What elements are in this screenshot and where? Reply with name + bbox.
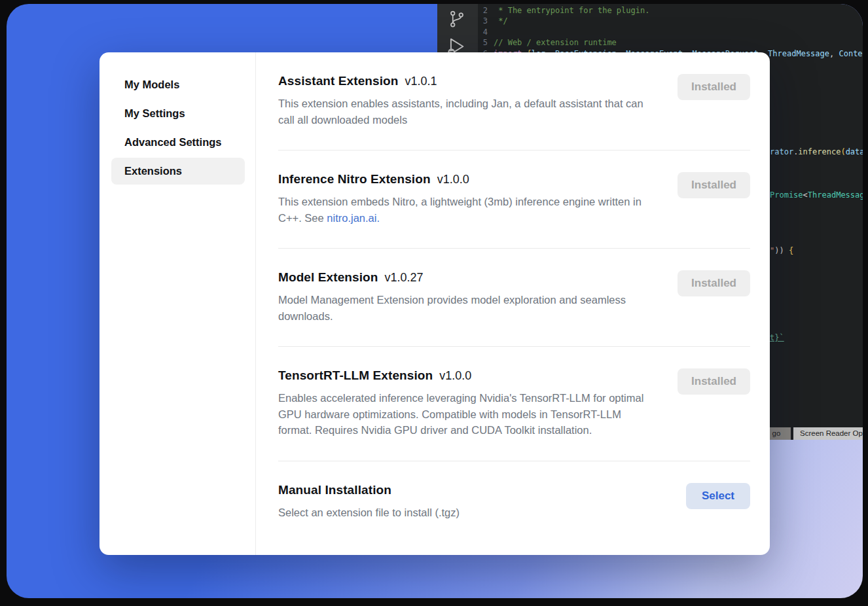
extension-description: Enables accelerated inference leveraging…	[278, 390, 655, 438]
sidebar-item-advanced-settings[interactable]: Advanced Settings	[111, 129, 245, 156]
code-fragment: Promise<ThreadMessage>	[770, 190, 863, 200]
extension-row-assistant: Assistant Extension v1.0.1 This extensio…	[278, 52, 750, 151]
extension-description: This extension embeds Nitro, a lightweig…	[278, 194, 655, 226]
source-control-icon[interactable]	[447, 9, 467, 31]
nitro-jan-ai-link[interactable]: nitro.jan.ai.	[327, 212, 380, 224]
extension-version: v1.0.0	[439, 369, 471, 383]
installed-button[interactable]: Installed	[678, 368, 750, 395]
extension-row-inference-nitro: Inference Nitro Extension v1.0.0 This ex…	[278, 151, 750, 249]
sidebar-item-extensions[interactable]: Extensions	[111, 158, 245, 185]
code-fragment: ")) {	[770, 246, 793, 255]
extension-description: This extension enables assistants, inclu…	[278, 96, 655, 128]
sidebar-item-my-models[interactable]: My Models	[111, 71, 245, 98]
code-fragment: t}`	[770, 333, 784, 342]
manual-installation-row: Manual Installation Select an extension …	[278, 461, 750, 534]
installed-button[interactable]: Installed	[678, 270, 750, 296]
settings-modal: My Models My Settings Advanced Settings …	[99, 52, 770, 555]
manual-installation-title: Manual Installation	[278, 483, 391, 497]
extension-version: v1.0.1	[405, 75, 437, 88]
extension-row-model: Model Extension v1.0.27 Model Management…	[278, 249, 750, 347]
extension-title: Inference Nitro Extension	[278, 172, 431, 187]
status-screen-reader-badge[interactable]: Screen Reader Optimized	[793, 427, 863, 440]
extension-title: Assistant Extension	[278, 74, 399, 88]
extensions-list: Assistant Extension v1.0.1 This extensio…	[256, 52, 770, 555]
extension-version: v1.0.27	[384, 271, 423, 285]
code-lines: 2 * The entrypoint for the plugin.3 */45…	[478, 5, 863, 59]
extension-description: Model Management Extension provides mode…	[278, 292, 655, 324]
extension-title: TensortRT-LLM Extension	[278, 368, 433, 383]
installed-button[interactable]: Installed	[678, 74, 750, 100]
code-fragment: rator.inference(data));	[770, 147, 863, 156]
extension-row-tensorrt-llm: TensortRT-LLM Extension v1.0.0 Enables a…	[278, 347, 750, 461]
settings-sidebar: My Models My Settings Advanced Settings …	[99, 52, 256, 555]
manual-installation-description: Select an extension file to install (.tg…	[278, 505, 655, 521]
sidebar-item-my-settings[interactable]: My Settings	[111, 100, 245, 127]
app-screen: 2 * The entrypoint for the plugin.3 */45…	[7, 4, 863, 598]
extension-title: Model Extension	[278, 270, 378, 285]
extension-version: v1.0.0	[437, 173, 469, 187]
select-file-button[interactable]: Select	[686, 483, 750, 509]
installed-button[interactable]: Installed	[678, 172, 750, 198]
